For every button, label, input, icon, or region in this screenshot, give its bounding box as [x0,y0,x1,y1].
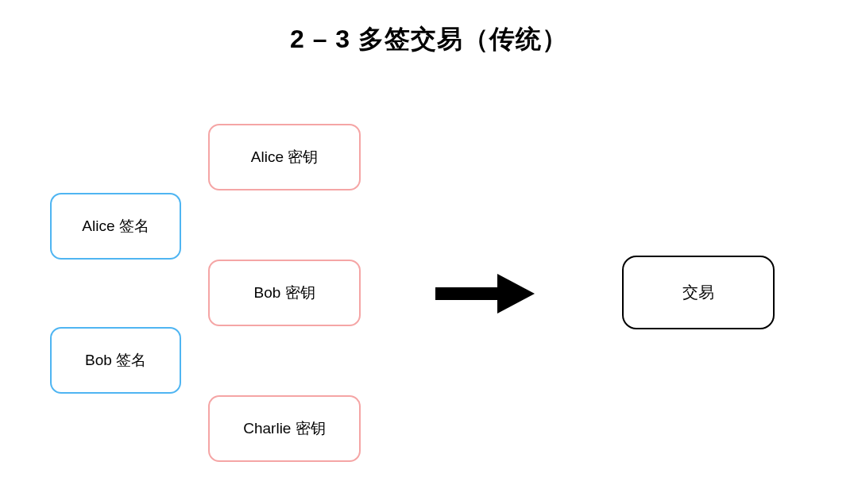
charlie-key-label: Charlie 密钥 [243,418,325,439]
bob-signature-box: Bob 签名 [50,327,181,394]
svg-marker-1 [497,274,535,314]
bob-key-box: Bob 密钥 [208,260,361,326]
alice-signature-label: Alice 签名 [82,216,149,237]
svg-rect-0 [435,287,501,300]
charlie-key-box: Charlie 密钥 [208,395,361,462]
alice-key-label: Alice 密钥 [251,147,318,167]
bob-signature-label: Bob 签名 [85,350,146,371]
alice-key-box: Alice 密钥 [208,124,361,190]
transaction-label: 交易 [682,282,714,303]
diagram-title: 2 – 3 多签交易（传统） [0,22,858,57]
alice-signature-box: Alice 签名 [50,193,181,260]
transaction-box: 交易 [622,256,775,329]
arrow-icon [435,274,535,314]
bob-key-label: Bob 密钥 [253,283,315,303]
